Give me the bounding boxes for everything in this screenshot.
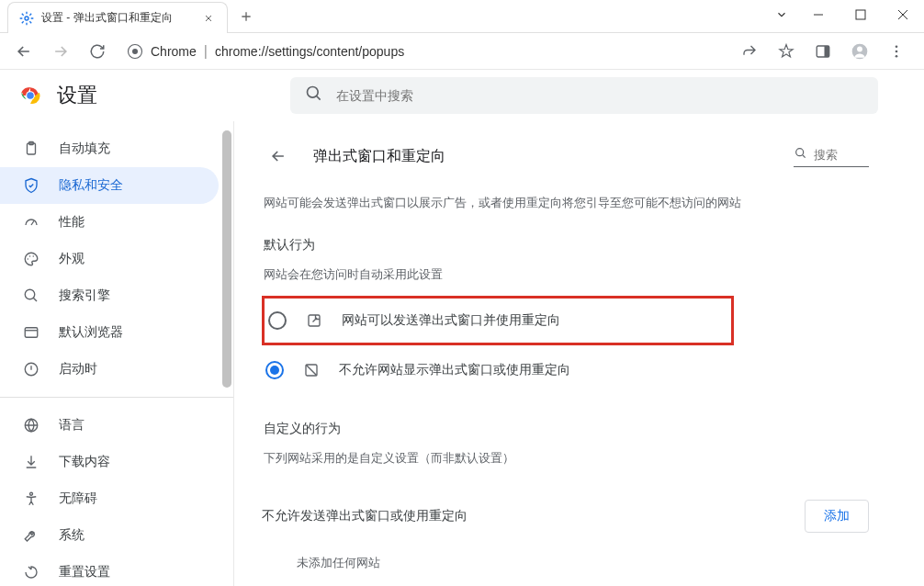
new-tab-button[interactable] <box>233 4 259 29</box>
header-search[interactable] <box>290 77 878 114</box>
sidebar-item-downloads[interactable]: 下载内容 <box>0 444 219 480</box>
scrollbar-thumb[interactable] <box>222 130 231 388</box>
chrome-logo-icon <box>18 84 42 107</box>
sidebar-item-appearance[interactable]: 外观 <box>0 241 219 277</box>
radio-button[interactable] <box>268 311 287 330</box>
svg-point-10 <box>896 54 898 57</box>
sidebar-item-label: 下载内容 <box>59 454 110 470</box>
url-bar[interactable]: Chrome | chrome://settings/content/popup… <box>118 38 731 65</box>
scrollbar[interactable] <box>220 130 233 586</box>
side-panel-icon[interactable] <box>808 37 838 66</box>
wrench-icon <box>22 526 40 545</box>
maximize-button[interactable] <box>839 0 882 29</box>
close-window-button[interactable] <box>882 0 924 29</box>
svg-point-9 <box>896 50 898 52</box>
sidebar-item-reset[interactable]: 重置设置 <box>0 554 219 586</box>
popup-block-icon <box>302 361 321 379</box>
svg-point-17 <box>28 258 29 260</box>
inline-search-input[interactable] <box>814 148 869 162</box>
sidebar-item-label: 自动填充 <box>59 141 110 157</box>
radio-button-selected[interactable] <box>265 361 284 379</box>
clipboard-icon <box>22 140 40 158</box>
radio-allow-popups[interactable]: 网站可以发送弹出式窗口并使用重定向 <box>262 296 734 345</box>
profile-icon[interactable] <box>845 37 874 66</box>
custom-behavior-sub: 下列网站采用的是自定义设置（而非默认设置） <box>264 450 869 467</box>
sidebar-item-label: 搜索引擎 <box>59 287 110 304</box>
sidebar-item-privacy[interactable]: 隐私和安全 <box>0 167 219 204</box>
bookmark-icon[interactable] <box>772 37 801 66</box>
gauge-icon <box>22 213 40 231</box>
sidebar-item-label: 性能 <box>59 214 85 231</box>
sidebar-item-accessibility[interactable]: 无障碍 <box>0 480 219 517</box>
window-controls <box>797 0 924 29</box>
svg-point-25 <box>796 148 804 155</box>
browser-icon <box>22 323 40 342</box>
divider <box>0 397 233 398</box>
svg-rect-1 <box>856 10 865 19</box>
svg-point-19 <box>33 255 35 257</box>
url-path: chrome://settings/content/popups <box>215 44 404 59</box>
address-bar: Chrome | chrome://settings/content/popup… <box>0 33 924 70</box>
main-content: 弹出式窗口和重定向 网站可能会发送弹出式窗口以展示广告，或者使用重定向将您引导至… <box>234 70 924 586</box>
svg-point-3 <box>132 49 138 54</box>
sidebar-item-search-engine[interactable]: 搜索引擎 <box>0 277 219 314</box>
menu-icon[interactable] <box>882 37 911 66</box>
sidebar-item-label: 系统 <box>59 527 85 544</box>
back-arrow-button[interactable] <box>262 140 295 173</box>
sidebar-item-language[interactable]: 语言 <box>0 407 219 444</box>
block-exception-row: 不允许发送弹出式窗口或使用重定向 添加 <box>262 500 869 533</box>
chevron-down-icon[interactable] <box>766 0 797 29</box>
radio-label: 网站可以发送弹出式窗口并使用重定向 <box>342 312 560 329</box>
sidebar-item-autofill[interactable]: 自动填充 <box>0 130 219 167</box>
svg-rect-5 <box>825 46 829 57</box>
sidebar: 自动填充 隐私和安全 性能 外观 搜索引擎 默认浏览器 启动时 语言 <box>0 70 234 586</box>
sidebar-item-label: 默认浏览器 <box>59 324 123 341</box>
forward-button[interactable] <box>44 35 77 68</box>
default-behavior-sub: 网站会在您访问时自动采用此设置 <box>264 266 869 283</box>
settings-title: 设置 <box>57 82 97 109</box>
browser-tab[interactable]: 设置 - 弹出式窗口和重定向 <box>7 2 228 33</box>
default-behavior-label: 默认行为 <box>264 237 869 254</box>
download-icon <box>22 453 40 471</box>
sidebar-item-label: 无障碍 <box>59 490 97 507</box>
settings-header: 设置 <box>0 70 924 121</box>
sidebar-item-performance[interactable]: 性能 <box>0 204 219 241</box>
sidebar-item-label: 语言 <box>59 417 85 434</box>
reload-button[interactable] <box>81 35 114 68</box>
radio-label: 不允许网站显示弹出式窗口或使用重定向 <box>339 362 570 378</box>
radio-block-popups[interactable]: 不允许网站显示弹出式窗口或使用重定向 <box>262 345 869 395</box>
empty-list-text: 未添加任何网站 <box>297 555 869 571</box>
svg-point-18 <box>29 255 31 257</box>
search-icon <box>794 146 808 164</box>
custom-behavior-label: 自定义的行为 <box>264 421 869 437</box>
sidebar-item-label: 重置设置 <box>59 564 110 580</box>
accessibility-icon <box>22 490 40 508</box>
shield-icon <box>22 176 40 195</box>
search-icon <box>305 85 323 107</box>
sidebar-item-label: 隐私和安全 <box>59 177 123 194</box>
svg-rect-21 <box>25 328 38 338</box>
sidebar-item-system[interactable]: 系统 <box>0 517 219 554</box>
share-icon[interactable] <box>735 37 764 66</box>
svg-point-0 <box>25 17 28 20</box>
reset-icon <box>22 563 40 581</box>
svg-point-8 <box>896 45 898 48</box>
radio-group: 网站可以发送弹出式窗口并使用重定向 不允许网站显示弹出式窗口或使用重定向 <box>262 296 869 395</box>
url-prefix: Chrome <box>151 44 197 59</box>
add-button[interactable]: 添加 <box>805 500 869 533</box>
svg-point-13 <box>27 92 34 99</box>
sidebar-item-startup[interactable]: 启动时 <box>0 351 219 388</box>
search-input[interactable] <box>336 88 863 103</box>
close-icon[interactable] <box>201 11 216 26</box>
power-icon <box>22 360 40 378</box>
popup-allow-icon <box>305 311 323 330</box>
minimize-button[interactable] <box>797 0 839 29</box>
back-button[interactable] <box>7 35 40 68</box>
page-title: 弹出式窗口和重定向 <box>313 147 775 166</box>
page-header: 弹出式窗口和重定向 <box>262 130 869 182</box>
block-exception-label: 不允许发送弹出式窗口或使用重定向 <box>262 508 805 524</box>
inline-search[interactable] <box>794 146 869 167</box>
svg-point-14 <box>308 87 319 98</box>
sidebar-item-default-browser[interactable]: 默认浏览器 <box>0 314 219 351</box>
sidebar-item-label: 外观 <box>59 251 85 267</box>
